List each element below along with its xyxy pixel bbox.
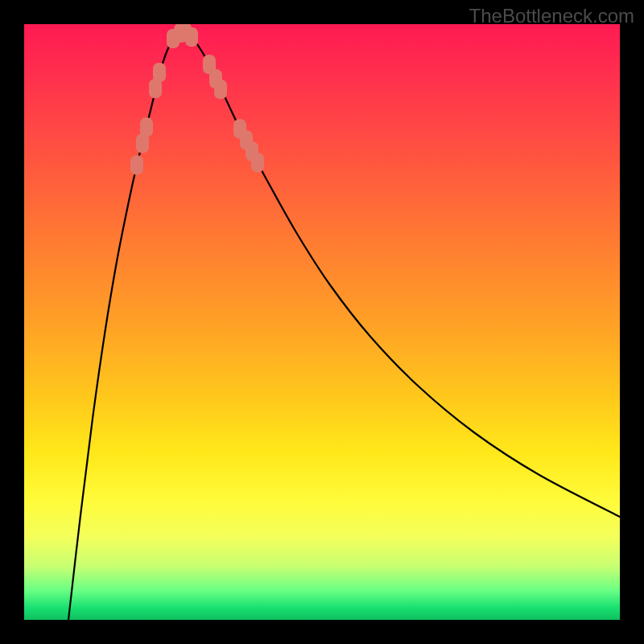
curve-layer (24, 24, 620, 620)
curve-marker (153, 63, 166, 82)
plot-area (24, 24, 620, 620)
curve-marker (251, 153, 264, 172)
curve-marker (214, 80, 227, 99)
chart-frame: TheBottleneck.com (0, 0, 644, 644)
curve-marker (130, 155, 143, 175)
curve-marker (140, 118, 153, 137)
curve-markers (130, 24, 264, 175)
curve-marker (185, 27, 198, 47)
